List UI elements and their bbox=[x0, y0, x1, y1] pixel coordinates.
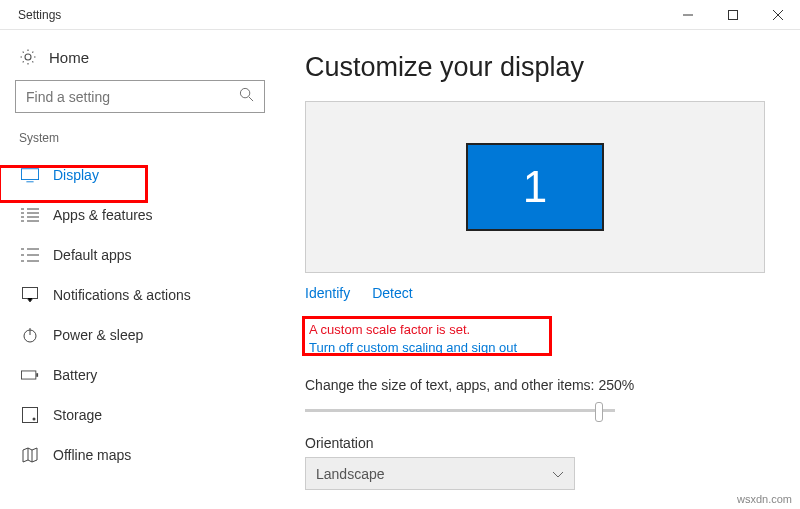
detect-link[interactable]: Detect bbox=[372, 285, 412, 301]
orientation-select[interactable]: Landscape bbox=[305, 457, 575, 490]
sidebar-item-power[interactable]: Power & sleep bbox=[15, 315, 265, 355]
sidebar: Home System Display Apps & features Defa… bbox=[0, 30, 275, 509]
nav-label: Apps & features bbox=[53, 207, 153, 223]
titlebar-title-group: Settings bbox=[10, 8, 61, 22]
svg-rect-3 bbox=[23, 288, 38, 299]
nav-label: Storage bbox=[53, 407, 102, 423]
default-apps-icon bbox=[21, 246, 39, 264]
sidebar-item-battery[interactable]: Battery bbox=[15, 355, 265, 395]
maximize-button[interactable] bbox=[710, 0, 755, 29]
sidebar-item-default-apps[interactable]: Default apps bbox=[15, 235, 265, 275]
svg-rect-0 bbox=[728, 10, 737, 19]
home-button[interactable]: Home bbox=[15, 40, 265, 80]
orientation-label: Orientation bbox=[305, 435, 770, 451]
slider-thumb[interactable] bbox=[595, 402, 603, 422]
window-controls bbox=[665, 0, 800, 29]
search-icon bbox=[239, 87, 254, 106]
svg-rect-5 bbox=[21, 371, 35, 379]
titlebar: Settings bbox=[0, 0, 800, 30]
svg-point-8 bbox=[33, 418, 36, 421]
svg-rect-7 bbox=[23, 408, 38, 423]
nav-label: Power & sleep bbox=[53, 327, 143, 343]
battery-icon bbox=[21, 366, 39, 384]
slider-track bbox=[305, 409, 615, 412]
nav-label: Offline maps bbox=[53, 447, 131, 463]
power-icon bbox=[21, 326, 39, 344]
storage-icon bbox=[21, 406, 39, 424]
orientation-value: Landscape bbox=[316, 466, 385, 482]
gear-icon bbox=[19, 48, 37, 66]
monitor-number: 1 bbox=[523, 162, 547, 212]
identify-link[interactable]: Identify bbox=[305, 285, 350, 301]
nav-label: Notifications & actions bbox=[53, 287, 191, 303]
home-label: Home bbox=[49, 49, 89, 66]
list-icon bbox=[21, 206, 39, 224]
sidebar-item-offline-maps[interactable]: Offline maps bbox=[15, 435, 265, 475]
close-button[interactable] bbox=[755, 0, 800, 29]
page-title: Customize your display bbox=[305, 52, 770, 83]
notification-icon bbox=[21, 286, 39, 304]
scale-label: Change the size of text, apps, and other… bbox=[305, 377, 770, 393]
main-content: Customize your display 1 Identify Detect… bbox=[275, 30, 800, 509]
search-box[interactable] bbox=[15, 80, 265, 113]
svg-point-1 bbox=[240, 88, 249, 97]
watermark: wsxdn.com bbox=[737, 493, 792, 505]
search-input[interactable] bbox=[26, 89, 226, 105]
sidebar-item-notifications[interactable]: Notifications & actions bbox=[15, 275, 265, 315]
section-label: System bbox=[15, 131, 265, 155]
monitor-tile[interactable]: 1 bbox=[466, 143, 604, 231]
display-preview[interactable]: 1 bbox=[305, 101, 765, 273]
window-title: Settings bbox=[18, 8, 61, 22]
minimize-button[interactable] bbox=[665, 0, 710, 29]
chevron-down-icon bbox=[552, 466, 564, 482]
svg-rect-6 bbox=[36, 373, 38, 377]
highlight-annotation bbox=[0, 165, 148, 203]
map-icon bbox=[21, 446, 39, 464]
nav-label: Battery bbox=[53, 367, 97, 383]
sidebar-item-storage[interactable]: Storage bbox=[15, 395, 265, 435]
highlight-annotation bbox=[302, 316, 552, 356]
nav-label: Default apps bbox=[53, 247, 132, 263]
scale-slider[interactable] bbox=[305, 399, 615, 423]
